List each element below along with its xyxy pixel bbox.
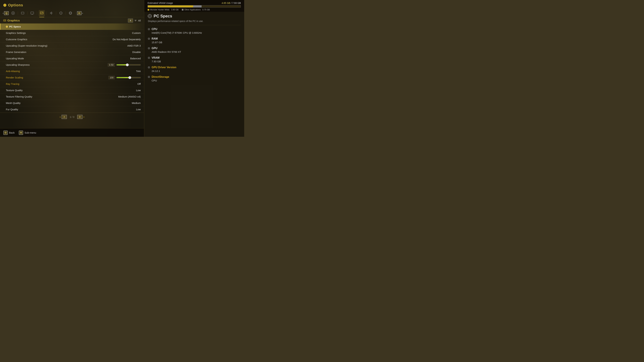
svg-point-10 [149,15,150,17]
vram-legend: Monster Hunter Wilds 3.90 GB Other Appli… [148,8,241,11]
menu-item-value-4: Disable [132,51,141,53]
tab-controls[interactable] [58,10,64,16]
legend-other-value: 0.75 GB [202,8,210,11]
tab-display[interactable] [29,10,35,16]
menu-item-7[interactable]: Anti-AliasingTAA [0,68,144,74]
legend-mhw: Monster Hunter Wilds 3.90 GB [148,8,178,11]
tab-game[interactable] [10,10,16,16]
menu-item-name-6: Upscaling Sharpness [6,63,108,66]
menu-item-value-12: Medium [132,102,141,104]
pc-specs-area: PC Specs Displays performance-related sp… [144,12,244,87]
spec-label-5: DirectStorage [152,75,169,78]
spec-item-4: GPU Driver Version 24.12.1 [148,66,241,72]
pagination: « A 1 / 3 D » [0,113,144,121]
menu-item-value-7: TAA [136,70,141,72]
spec-value-0: Intel(R) Core(TM) i7-9700K CPU @ 3.60GHz [148,31,241,34]
spec-label-1: RAM [152,37,158,40]
menu-item-name-13: Fur Quality [6,108,136,111]
right-panel: Estimated VRAM Usage 4.65 GB / 7.93 GB M… [144,0,244,137]
menu-list: PC SpecsGraphics SettingsCustomCutscene … [0,23,144,113]
menu-item-value-5: Balanced [130,57,141,60]
submenu-label: Sub-menu [24,131,36,134]
menu-item-value-13: Low [136,108,141,111]
pc-specs-icon [148,14,152,18]
spec-icon-0 [148,28,150,30]
options-title-bar: Options [0,0,144,9]
tab-nav-right[interactable]: E » [77,11,83,15]
menu-item-name-0: PC Specs [9,25,141,28]
svg-point-16 [148,48,150,49]
tab-separator-2 [27,11,28,15]
menu-item-8[interactable]: Render Scaling 100 [0,74,144,81]
spec-value-1: 15.87 GB [148,41,241,44]
tab-nav-left[interactable]: « Q [2,11,9,15]
menu-item-10[interactable]: Texture QualityLow [0,87,144,93]
menu-item-value-1: Custom [132,31,141,34]
spec-icon-4 [148,66,150,69]
menu-item-9[interactable]: Ray TracingOff [0,81,144,87]
menu-item-name-8: Render Scaling [6,76,108,79]
page-nav-left[interactable]: « A [60,115,67,119]
spec-label-row-2: GPU [148,47,241,50]
menu-item-11[interactable]: Texture Filtering QualityMedium (ANISO x… [0,93,144,100]
bottom-bar: O Back R Sub-menu [0,128,144,137]
category-title-area: Graphics [3,19,20,22]
spec-value-4: 24.12.1 [148,69,241,72]
specs-list: CPU Intel(R) Core(TM) i7-9700K CPU @ 3.6… [148,28,241,82]
spec-icon-5 [148,76,150,78]
spec-icon-2 [148,47,150,50]
svg-point-4 [60,12,62,14]
menu-item-5[interactable]: Upscaling ModeBalanced [0,55,144,62]
tab-tools[interactable] [20,10,26,16]
tab-network[interactable] [68,10,74,16]
menu-item-13[interactable]: Fur QualityLow [0,106,144,113]
vram-header: Estimated VRAM Usage 4.65 GB / 7.93 GB M… [144,0,244,12]
action-back: O Back [3,131,14,135]
vram-other-fill [193,5,202,7]
legend-mhw-dot [148,9,149,10]
page-next-key[interactable]: D [77,115,82,119]
submenu-button-key[interactable]: R [19,131,23,135]
spec-label-row-0: CPU [148,28,241,31]
spec-label-3: VRAM [152,56,160,59]
filter-area: X All [128,18,141,22]
menu-item-2[interactable]: Cutscene GraphicsDo Not Adjust Separatel… [0,36,144,42]
menu-item-name-5: Upscaling Mode [6,57,130,60]
legend-other: Other Applications 0.75 GB [182,8,210,11]
options-title: Options [8,3,23,7]
menu-item-6[interactable]: Upscaling Sharpness 0.50 [0,62,144,68]
filter-icon [134,19,137,22]
svg-point-12 [148,29,150,30]
tab-graphics[interactable] [39,10,45,16]
menu-item-1[interactable]: Graphics SettingsCustom [0,30,144,36]
menu-item-4[interactable]: Frame GenerationDisable [0,49,144,55]
category-graphics-icon [3,19,6,22]
spec-value-2: AMD Radeon RX 5700 XT [148,50,241,53]
tab-sound[interactable] [48,10,54,16]
menu-item-0[interactable]: PC Specs [0,23,144,30]
svg-rect-2 [31,12,34,14]
spec-item-3: VRAM 7.93 GB [148,56,241,63]
back-button-key[interactable]: O [3,131,8,135]
spec-item-5: DirectStorage CPU [148,75,241,82]
svg-point-5 [60,13,61,13]
legend-mhw-label: Monster Hunter Wilds [150,8,170,11]
spec-label-0: CPU [152,28,157,31]
spec-label-row-1: RAM [148,37,241,40]
menu-item-3[interactable]: Upscaling (Super-resolution Imaging)AMD … [0,42,144,49]
spec-label-row-3: VRAM [148,56,241,59]
svg-point-22 [148,77,150,77]
menu-item-value-8: 100 [108,76,141,79]
page-nav-right[interactable]: D » [77,115,84,119]
spec-icon-3 [148,56,150,59]
filter-clear-button[interactable]: X [128,18,133,22]
menu-item-value-6: 0.50 [108,63,141,66]
left-panel: Options « Q [0,0,144,137]
vram-title: Estimated VRAM Usage [148,2,173,4]
menu-item-12[interactable]: Mesh QualityMedium [0,100,144,106]
page-prev-key[interactable]: A [62,115,67,119]
menu-item-name-4: Frame Generation [6,51,132,53]
svg-point-14 [148,38,150,39]
tab-separator-6 [66,11,66,15]
menu-item-value-9: Off [137,82,141,85]
